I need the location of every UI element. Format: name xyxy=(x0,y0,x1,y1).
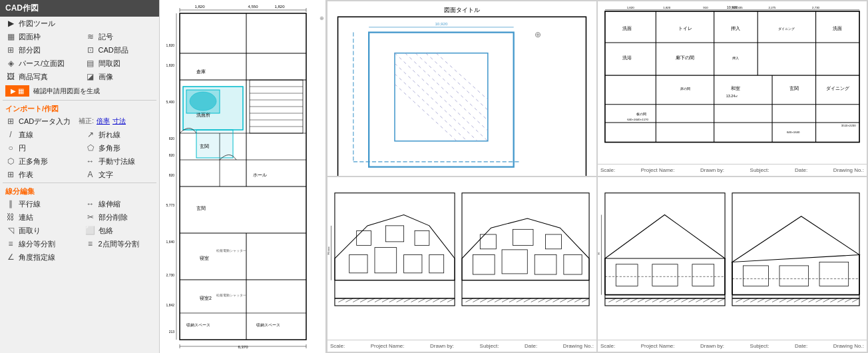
sidebar-item-sudo-sunpo[interactable]: ↔ 手動寸法線 xyxy=(80,155,160,168)
svg-text:1,640: 1,640 xyxy=(166,240,174,244)
footer-date-tr: Date: xyxy=(795,167,807,173)
svg-text:1,820: 1,820 xyxy=(627,6,634,9)
cad-input-icon: ⊞ xyxy=(5,116,16,127)
sidebar-item-cad-buhin[interactable]: ⊡ CAD部品 xyxy=(80,43,160,57)
drawing-canvas[interactable]: 1,820 4,550 1,820 1,820 1,820 5,400 820 … xyxy=(160,0,326,353)
svg-text:床の間: 床の間 xyxy=(680,87,690,91)
sidebar-item-en[interactable]: ○ 円 xyxy=(0,141,80,155)
sidebar-item-seita[interactable]: ⬡ 正多角形 xyxy=(0,155,80,168)
sidebar-item-kigo[interactable]: ≋ 記号 xyxy=(80,30,160,43)
sidebar-item-sakuhyo[interactable]: ⊞ 作表 xyxy=(0,168,80,181)
svg-rect-18 xyxy=(180,13,306,340)
svg-rect-175 xyxy=(692,264,714,286)
sidebar-item-moji[interactable]: A 文字 xyxy=(80,168,160,181)
sidebar-item-kakudo[interactable]: ∠ 角度指定線 xyxy=(0,250,159,264)
svg-text:820: 820 xyxy=(169,173,175,177)
sidebar-item-bubuzu[interactable]: ⊞ 部分図 xyxy=(0,43,80,57)
svg-text:213: 213 xyxy=(169,330,175,334)
sidebar-item-renketsu[interactable]: ⛓ 連結 xyxy=(0,210,80,224)
footer-project-br: Project Name: xyxy=(641,343,675,349)
sidebar-item-bubushojo[interactable]: ✂ 部分削除 xyxy=(80,210,160,224)
sidebar-item-2ten-toto[interactable]: ≡ 2点間等分割 xyxy=(80,237,160,250)
svg-line-67 xyxy=(395,63,477,141)
cad-input-row: ⊞ CADデータ入力 補正: 倍率 寸法 xyxy=(0,115,159,128)
preview-cell-inner-br: H xyxy=(598,177,867,340)
chokusen-icon: / xyxy=(5,129,16,140)
madori-icon: ▤ xyxy=(85,58,96,69)
2ten-toto-icon: ≡ xyxy=(85,238,96,249)
preview-cell-top-right: 10,920 1,820 1,820 910 910 435 2,275 2,7… xyxy=(598,1,867,176)
preview-svg-tl: 図面タイトル xyxy=(327,1,596,176)
sidebar-item-shohin-photo[interactable]: 🖼 商品写真 xyxy=(0,70,80,83)
cad-input-label: CADデータ入力 xyxy=(19,117,71,127)
svg-text:1,820: 1,820 xyxy=(166,63,174,67)
svg-rect-118 xyxy=(357,231,371,246)
svg-text:収納スペース: 収納スペース xyxy=(186,323,210,327)
svg-text:板の間: 板の間 xyxy=(636,112,646,116)
svg-rect-120 xyxy=(415,231,429,246)
hosei-val1[interactable]: 倍率 xyxy=(97,117,110,126)
footer-project-tr: Project Name: xyxy=(641,167,675,173)
svg-text:洗面所: 洗面所 xyxy=(196,113,210,117)
generate-btn-row: ▶ ▦ 確認申請用図面を生成 xyxy=(0,83,159,99)
import-tools-grid: / 直線 ↗ 折れ線 ○ 円 ⬠ 多角形 ⬡ 正多角形 ↔ 手動寸法線 ⊞ 作表… xyxy=(0,128,159,181)
preview-cell-bottom-right: H xyxy=(598,177,867,352)
svg-rect-145 xyxy=(535,255,556,274)
svg-line-64 xyxy=(415,53,488,121)
senbu-toto-icon: ≡ xyxy=(5,238,16,249)
svg-text:ダイニング: ダイニング xyxy=(778,27,795,31)
moji-icon: A xyxy=(85,169,96,180)
main-area: 1,820 4,550 1,820 1,820 1,820 5,400 820 … xyxy=(160,0,868,353)
svg-rect-114 xyxy=(349,255,367,273)
footer-drawn-bl: Drawn by: xyxy=(430,343,454,349)
svg-text:2,730: 2,730 xyxy=(166,273,174,277)
sidebar-item-gazo[interactable]: ◪ 画像 xyxy=(80,70,160,83)
svg-rect-149 xyxy=(546,234,562,249)
preview-cell-inner-bl: H=xxx xyxy=(327,177,596,340)
generate-confirm-button[interactable]: ▶ ▦ xyxy=(5,85,29,97)
svg-text:松蔭電動シャッター: 松蔭電動シャッター xyxy=(216,293,246,297)
sidebar-item-oretsen[interactable]: ↗ 折れ線 xyxy=(80,128,160,141)
sidebar-item-madori[interactable]: ▤ 間取図 xyxy=(80,57,160,70)
svg-text:松蔭電動シャッター: 松蔭電動シャッター xyxy=(216,248,246,252)
svg-text:寝室: 寝室 xyxy=(200,256,209,260)
svg-text:640×1640×1170: 640×1640×1170 xyxy=(627,118,648,121)
svg-line-63 xyxy=(405,53,488,131)
sidebar-item-drawing-tools[interactable]: ▶ 作図ツール xyxy=(0,17,159,30)
sidebar-item-mentori[interactable]: ◹ 面取り xyxy=(0,224,80,237)
svg-text:820: 820 xyxy=(169,137,175,141)
sidebar-item-hoko[interactable]: ⬜ 包絡 xyxy=(80,224,160,237)
svg-text:1,820: 1,820 xyxy=(274,5,285,9)
svg-text:1,820: 1,820 xyxy=(194,5,205,9)
svg-marker-141 xyxy=(462,218,589,280)
sidebar-item-pars[interactable]: ◈ パース/立面図 xyxy=(0,57,80,70)
takakukei-icon: ⬠ xyxy=(85,143,96,153)
svg-text:H=xxx: H=xxx xyxy=(327,246,330,254)
hoko-icon: ⬜ xyxy=(85,225,96,236)
hosei-label: 補正: xyxy=(79,117,94,126)
sidebar-item-chokusen[interactable]: / 直線 xyxy=(0,128,80,141)
preview-svg-tr: 10,920 1,820 1,820 910 910 435 2,275 2,7… xyxy=(598,1,867,164)
sidebar-item-senbu-toto[interactable]: ≡ 線分等分割 xyxy=(0,237,80,250)
hosei-val2[interactable]: 寸法 xyxy=(112,117,126,126)
en-icon: ○ xyxy=(5,143,16,153)
svg-rect-115 xyxy=(375,248,397,273)
svg-text:910 435: 910 435 xyxy=(732,6,743,9)
sidebar-item-zumen-waku[interactable]: ▦ 図面枠 xyxy=(0,30,80,43)
svg-point-33 xyxy=(190,92,216,111)
sidebar-item-sen-shinshuku[interactable]: ↔ 線伸縮 xyxy=(80,197,160,210)
sidebar-item-heiko-sen[interactable]: ∥ 平行線 xyxy=(0,197,80,210)
footer-subject-br: Subject: xyxy=(750,343,769,349)
sidebar-title: CAD作図 xyxy=(0,0,159,17)
sen-shinshuku-icon: ↔ xyxy=(85,198,96,209)
svg-rect-117 xyxy=(429,255,444,273)
svg-rect-60 xyxy=(369,33,514,167)
sidebar-item-takakukei[interactable]: ⬠ 多角形 xyxy=(80,141,160,155)
svg-text:廊下の間: 廊下の間 xyxy=(676,55,694,60)
svg-rect-201 xyxy=(743,266,768,286)
footer-subject-tr: Subject: xyxy=(750,167,769,173)
svg-text:ホール: ホール xyxy=(253,173,267,177)
svg-text:洗浴: 洗浴 xyxy=(622,55,632,60)
generate-icon: ▶ xyxy=(11,87,16,95)
svg-text:10,920: 10,920 xyxy=(435,21,448,26)
